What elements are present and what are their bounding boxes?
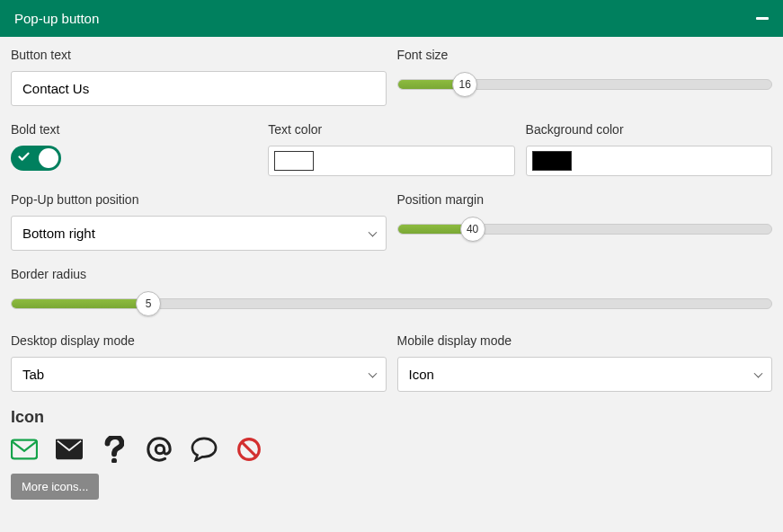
mobile-mode-select[interactable]: Icon (397, 357, 773, 392)
toggle-knob (39, 148, 58, 168)
mobile-mode-label: Mobile display mode (397, 333, 773, 348)
comment-icon[interactable] (191, 436, 218, 463)
position-label: Pop-Up button position (11, 192, 387, 207)
text-color-swatch (274, 151, 314, 171)
at-sign-icon[interactable] (146, 436, 173, 463)
text-color-label: Text color (268, 122, 514, 137)
more-icons-button[interactable]: More icons... (11, 474, 99, 500)
position-margin-value: 40 (467, 223, 478, 235)
ban-icon[interactable] (236, 436, 262, 463)
border-radius-slider[interactable]: 5 (11, 290, 772, 317)
svg-point-2 (111, 458, 117, 463)
text-color-input[interactable] (268, 146, 514, 176)
check-icon (17, 150, 31, 166)
position-select[interactable]: Bottom right (11, 216, 387, 251)
desktop-mode-select[interactable]: Tab (11, 357, 387, 392)
button-text-input[interactable] (11, 71, 387, 106)
background-color-label: Background color (526, 122, 772, 137)
border-radius-label: Border radius (11, 267, 772, 281)
font-size-value: 16 (459, 78, 471, 91)
position-margin-slider[interactable]: 40 (397, 216, 773, 243)
panel-title: Pop-up button (14, 11, 99, 26)
font-size-slider[interactable]: 16 (397, 71, 773, 98)
position-margin-label: Position margin (397, 192, 773, 207)
bold-text-label: Bold text (11, 122, 257, 137)
minus-icon[interactable] (756, 17, 769, 20)
popup-button-panel: Pop-up button Button text Font size 16 (0, 0, 783, 514)
background-color-input[interactable] (526, 146, 772, 176)
desktop-mode-label: Desktop display mode (11, 333, 387, 348)
border-radius-value: 5 (146, 297, 152, 310)
panel-header[interactable]: Pop-up button (0, 0, 783, 37)
panel-body: Button text Font size 16 Bold text (0, 37, 783, 514)
icon-section-title: Icon (11, 408, 778, 427)
envelope-outline-icon[interactable] (11, 436, 38, 463)
font-size-label: Font size (397, 48, 773, 62)
icon-picker (5, 436, 778, 474)
svg-line-4 (242, 442, 256, 457)
background-color-swatch (532, 151, 572, 171)
question-icon[interactable] (101, 436, 128, 463)
envelope-solid-icon[interactable] (56, 436, 83, 463)
button-text-label: Button text (11, 48, 387, 62)
bold-text-toggle[interactable] (11, 146, 61, 171)
